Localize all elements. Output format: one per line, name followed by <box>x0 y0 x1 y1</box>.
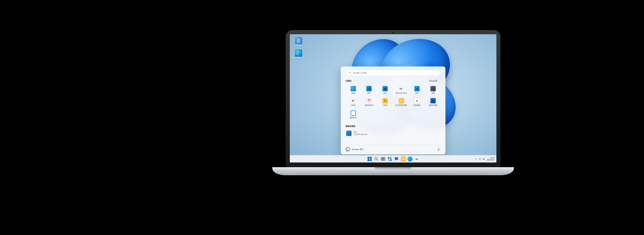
pinned-app-clock[interactable]: ⏰闹钟和时钟 <box>362 97 377 107</box>
pinned-label: 已固定 <box>345 80 352 83</box>
tips-icon: ✦ <box>346 131 352 136</box>
camera-dot <box>392 32 394 34</box>
notepad-icon: ✎ <box>382 98 388 103</box>
pinned-section-header: 已固定 所有应用 › <box>345 79 441 83</box>
desktop-icons: 回收站 Microsoft Edge <box>292 37 305 59</box>
user-name: Windows 用户 <box>352 148 364 151</box>
search-icon <box>374 156 379 161</box>
recommended-section: 推荐的项目 ✦ 入门 开始使用 Windows <box>345 122 441 137</box>
recommended-subtitle: 开始使用 Windows <box>354 133 368 135</box>
pinned-app-mail[interactable]: ✉邮件 <box>362 85 377 95</box>
widgets-icon <box>387 156 392 161</box>
clock-icon: ⏰ <box>366 98 372 103</box>
desktop-icon-label: 回收站 <box>292 45 305 47</box>
svg-rect-10 <box>381 157 383 159</box>
user-account-button[interactable]: Windows 用户 <box>345 147 364 152</box>
pinned-app-photos[interactable]: ▲照片 <box>410 85 425 95</box>
start-search-box[interactable]: 在此键入以搜索 <box>345 70 441 76</box>
start-menu: 在此键入以搜索 已固定 所有应用 › Edge ✉邮件 ▦日历 🛍Microso… <box>341 66 445 154</box>
network-volume-battery[interactable] <box>479 158 485 160</box>
pinned-app-store[interactable]: 🛍Microsoft Store <box>393 85 409 95</box>
svg-rect-11 <box>383 157 385 159</box>
folder-icon: 📁 <box>398 98 404 103</box>
wifi-icon <box>479 158 481 160</box>
pinned-app-movies[interactable]: ▶电影和电视 <box>425 97 441 107</box>
pinned-apps-grid: Edge ✉邮件 ▦日历 🛍Microsoft Store ▲照片 ⚙设置 ⊞计… <box>345 85 441 120</box>
svg-rect-5 <box>370 157 372 159</box>
ime-indicator[interactable]: 中 <box>475 158 477 160</box>
svg-rect-13 <box>383 159 385 160</box>
pinned-app-cortana[interactable]: 搜索应用 <box>345 109 361 120</box>
svg-line-1 <box>350 73 351 74</box>
clock-button[interactable]: 10:27 2021/6/25 <box>487 157 494 161</box>
edge-icon <box>351 86 356 91</box>
system-tray: ˄ 中 10:27 2021/6/25 <box>473 157 494 161</box>
recommended-item-tips[interactable]: ✦ 入门 开始使用 Windows <box>345 129 441 137</box>
mail-icon: ✉ <box>366 86 372 91</box>
taskbar-store[interactable]: 🛍 <box>414 156 419 161</box>
pinned-app-calendar[interactable]: ▦日历 <box>377 85 393 95</box>
search-placeholder: 在此键入以搜索 <box>353 72 367 75</box>
volume-icon <box>483 158 485 160</box>
start-footer: Windows 用户 <box>345 145 441 152</box>
tray-chevron-up-icon[interactable]: ˄ <box>473 158 474 160</box>
cortana-icon <box>351 110 356 116</box>
solitaire-icon: ♠ <box>414 98 420 103</box>
pinned-app-edge[interactable]: Edge <box>345 85 361 95</box>
pinned-app-solitaire[interactable]: ♠纸牌游戏 <box>410 97 425 107</box>
windows-desktop: 回收站 Microsoft Edge 在此键入以搜索 已固定 所有应用 <box>290 34 496 162</box>
taskbar-explorer[interactable]: 📁 <box>401 156 406 161</box>
calculator-icon: ⊞ <box>351 98 356 103</box>
chevron-right-icon: › <box>438 80 439 82</box>
chat-icon <box>394 156 399 161</box>
task-view-icon <box>381 156 386 161</box>
windows-icon <box>367 156 372 161</box>
pinned-app-notepad[interactable]: ✎记事本 <box>377 97 393 107</box>
desktop-icon-edge[interactable]: Microsoft Edge <box>292 49 305 59</box>
start-button[interactable] <box>367 156 372 161</box>
movies-icon: ▶ <box>430 98 436 103</box>
avatar-icon <box>345 147 350 152</box>
taskbar-edge[interactable] <box>408 156 413 161</box>
taskbar: 📁 🛍 ˄ 中 10:27 2021/6/25 <box>290 155 496 162</box>
laptop-base <box>272 167 514 175</box>
all-apps-label: 所有应用 <box>429 80 437 82</box>
taskbar-center: 📁 🛍 <box>367 156 419 161</box>
recommended-title: 入门 <box>354 131 368 133</box>
pinned-app-settings[interactable]: ⚙设置 <box>425 85 441 95</box>
svg-rect-7 <box>370 159 372 161</box>
laptop-lid: 回收站 Microsoft Edge 在此键入以搜索 已固定 所有应用 <box>286 30 500 168</box>
date-text: 2021/6/25 <box>487 159 494 161</box>
desktop-icon-recycle-bin[interactable]: 回收站 <box>292 37 305 47</box>
svg-rect-17 <box>390 159 392 161</box>
taskbar-search-button[interactable] <box>374 156 379 161</box>
gear-icon: ⚙ <box>430 86 436 91</box>
svg-rect-4 <box>368 157 370 159</box>
laptop-mockup: 回收站 Microsoft Edge 在此键入以搜索 已固定 所有应用 <box>286 30 500 178</box>
svg-rect-6 <box>368 159 370 161</box>
svg-rect-15 <box>390 157 392 159</box>
calendar-icon: ▦ <box>382 86 388 91</box>
svg-line-9 <box>377 159 378 160</box>
edge-icon <box>295 49 302 57</box>
pinned-app-calculator[interactable]: ⊞计算器 <box>345 97 361 107</box>
desktop-icon-label: Microsoft Edge <box>292 57 305 59</box>
widgets-button[interactable] <box>387 156 392 161</box>
photos-icon: ▲ <box>414 86 420 91</box>
recycle-bin-icon <box>295 37 302 44</box>
svg-point-18 <box>480 159 480 160</box>
power-icon <box>437 148 440 151</box>
svg-point-0 <box>349 72 350 73</box>
pinned-app-explorer[interactable]: 📁文件资源管理器 <box>393 97 409 107</box>
store-icon: 🛍 <box>398 86 404 91</box>
svg-rect-12 <box>381 159 383 160</box>
task-view-button[interactable] <box>381 156 386 161</box>
all-apps-button[interactable]: 所有应用 › <box>427 79 441 83</box>
power-button[interactable] <box>436 147 441 152</box>
svg-rect-16 <box>388 159 389 161</box>
search-icon <box>348 72 351 74</box>
chat-button[interactable] <box>394 156 399 161</box>
svg-point-8 <box>375 157 377 160</box>
recommended-label: 推荐的项目 <box>345 125 356 128</box>
svg-rect-14 <box>388 157 389 159</box>
